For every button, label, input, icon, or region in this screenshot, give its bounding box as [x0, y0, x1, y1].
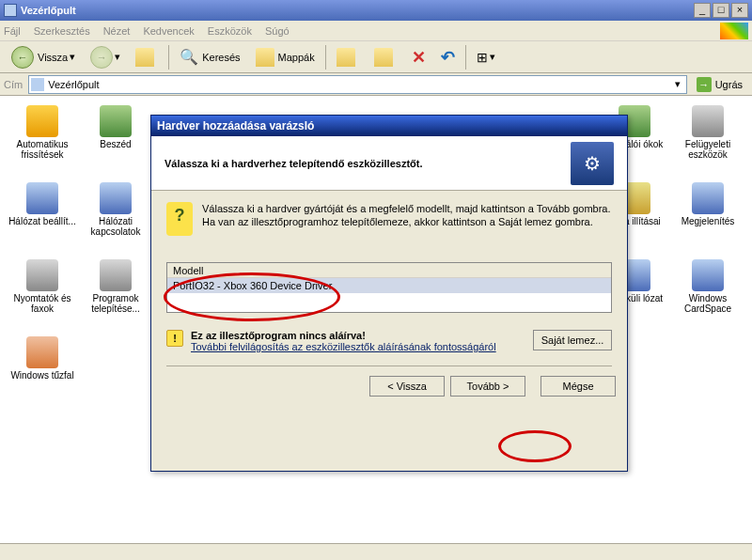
desktop-item[interactable]: Windows CardSpace	[671, 259, 744, 331]
go-button[interactable]: → Ugrás	[691, 75, 748, 94]
back-arrow-icon: ←	[11, 46, 34, 69]
address-label: Cím	[4, 79, 23, 90]
back-label: Vissza	[38, 52, 68, 63]
folders-icon	[256, 48, 274, 67]
desktop-item[interactable]: Programok telepítése...	[79, 259, 152, 331]
window-title: Vezérlőpult	[21, 5, 692, 16]
address-bar: Cím Vezérlőpult ▾ → Ugrás	[0, 73, 752, 96]
wizard-header: Válassza ki a hardverhez telepítendő esz…	[151, 136, 627, 191]
display-icon	[692, 182, 724, 214]
desktop-item[interactable]: Hálózat beállít...	[6, 182, 79, 254]
chevron-down-icon: ▾	[70, 51, 75, 63]
chevron-down-icon[interactable]: ▾	[671, 78, 684, 90]
menu-help[interactable]: Súgó	[265, 25, 290, 37]
model-list-item[interactable]: PortIO32 - Xbox 360 Device Driver	[167, 278, 611, 293]
menu-view[interactable]: Nézet	[103, 25, 131, 37]
printers-icon	[26, 259, 58, 291]
wizard-header-text: Válassza ki a hardverhez telepítendő esz…	[164, 158, 571, 169]
toolbar-separator	[465, 45, 466, 70]
desktop-item[interactable]: Hálózati kapcsolatok	[79, 182, 152, 254]
warning-icon: !	[166, 330, 183, 347]
go-label: Ugrás	[715, 79, 743, 90]
desktop-item[interactable]: Megjelenítés	[671, 182, 744, 254]
delete-button[interactable]: ✕	[405, 44, 432, 70]
forward-button[interactable]: → ▾	[84, 44, 127, 70]
back-button[interactable]: ← Vissza ▾	[5, 44, 82, 70]
menu-tools[interactable]: Eszközök	[208, 25, 252, 37]
chevron-down-icon: ▾	[115, 51, 120, 63]
desktop-item[interactable]: Beszéd	[79, 105, 152, 177]
window-titlebar: Vezérlőpult _ □ ×	[0, 0, 752, 21]
separator	[166, 366, 612, 366]
desktop-item[interactable]: Felügyeleti eszközök	[671, 105, 744, 177]
search-icon: 🔍	[180, 48, 198, 66]
copy-icon	[374, 48, 393, 67]
address-combo[interactable]: Vezérlőpult ▾	[28, 75, 686, 94]
folders-button[interactable]: Mappák	[249, 44, 321, 70]
menu-edit[interactable]: Szerkesztés	[34, 25, 90, 37]
menu-favorites[interactable]: Kedvencek	[143, 25, 194, 37]
windows-logo-icon	[720, 23, 748, 39]
signing-info-link[interactable]: További felvilágosítás az eszközillesztő…	[191, 341, 496, 352]
delete-icon: ✕	[412, 47, 426, 68]
up-folder-icon	[135, 48, 154, 67]
move-icon	[337, 48, 355, 67]
toolbar-separator	[325, 45, 326, 70]
desktop-item[interactable]: Automatikus frissítések	[6, 105, 79, 177]
search-button[interactable]: 🔍 Keresés	[173, 44, 246, 70]
toolbar: ← Vissza ▾ → ▾ 🔍 Keresés Mappák ✕ ↶ ⊞ ▾	[0, 41, 752, 73]
location-icon	[31, 78, 44, 91]
address-value: Vezérlőpult	[48, 79, 670, 90]
menu-bar: Fájl Szerkesztés Nézet Kedvencek Eszközö…	[0, 21, 752, 41]
chevron-down-icon: ▾	[490, 51, 495, 63]
wizard-instruction: Válassza ki a hardver gyártóját és a meg…	[202, 202, 612, 236]
icon-col-right: Felügyeleti eszközök Megjelenítés Window…	[671, 105, 744, 336]
have-disk-button[interactable]: Saját lemez...	[533, 330, 612, 350]
hardware-icon: ⚙	[571, 142, 614, 185]
question-icon: ?	[166, 202, 193, 236]
cardspace-icon	[692, 259, 724, 291]
firewall-icon	[26, 336, 58, 368]
wizard-titlebar[interactable]: Hardver hozzáadása varázsló	[151, 116, 627, 136]
maximize-button[interactable]: □	[713, 3, 729, 18]
wizard-button-row: < Vissza Tovább > Mégse	[151, 376, 627, 408]
app-icon	[4, 4, 17, 17]
updates-icon	[26, 105, 58, 137]
next-button[interactable]: Tovább >	[450, 376, 525, 397]
admin-tools-icon	[692, 105, 724, 137]
views-button[interactable]: ⊞ ▾	[470, 44, 502, 70]
model-list[interactable]: Modell PortIO32 - Xbox 360 Device Driver	[166, 262, 612, 313]
move-to-button[interactable]	[330, 44, 366, 70]
toolbar-separator	[168, 45, 169, 70]
status-bar	[0, 543, 752, 560]
menu-file[interactable]: Fájl	[4, 25, 21, 37]
folders-label: Mappák	[278, 52, 315, 63]
add-hardware-wizard: Hardver hozzáadása varázsló Válassza ki …	[150, 115, 628, 472]
model-list-header: Modell	[167, 263, 611, 278]
warning-text: Ez az illesztőprogram nincs aláírva!	[191, 330, 533, 341]
programs-icon	[100, 259, 132, 291]
close-button[interactable]: ×	[731, 3, 748, 18]
icon-grid-left: Automatikus frissítések Beszéd Hálózat b…	[6, 105, 156, 413]
up-button[interactable]	[129, 44, 164, 70]
network-setup-icon	[26, 182, 58, 214]
desktop-item[interactable]: Windows tűzfal	[6, 336, 79, 408]
speech-icon	[100, 105, 132, 137]
cancel-button[interactable]: Mégse	[540, 376, 616, 397]
minimize-button[interactable]: _	[694, 3, 711, 18]
back-button[interactable]: < Vissza	[369, 376, 445, 397]
desktop-item[interactable]: Nyomtatók és faxok	[6, 259, 79, 331]
undo-button[interactable]: ↶	[434, 44, 462, 70]
network-conn-icon	[100, 182, 132, 214]
forward-arrow-icon: →	[90, 46, 113, 69]
views-icon: ⊞	[477, 50, 488, 65]
undo-icon: ↶	[441, 47, 455, 68]
go-arrow-icon: →	[697, 77, 712, 92]
search-label: Keresés	[202, 52, 240, 63]
copy-to-button[interactable]	[368, 44, 403, 70]
wizard-body: ? Válassza ki a hardver gyártóját és a m…	[151, 191, 627, 366]
